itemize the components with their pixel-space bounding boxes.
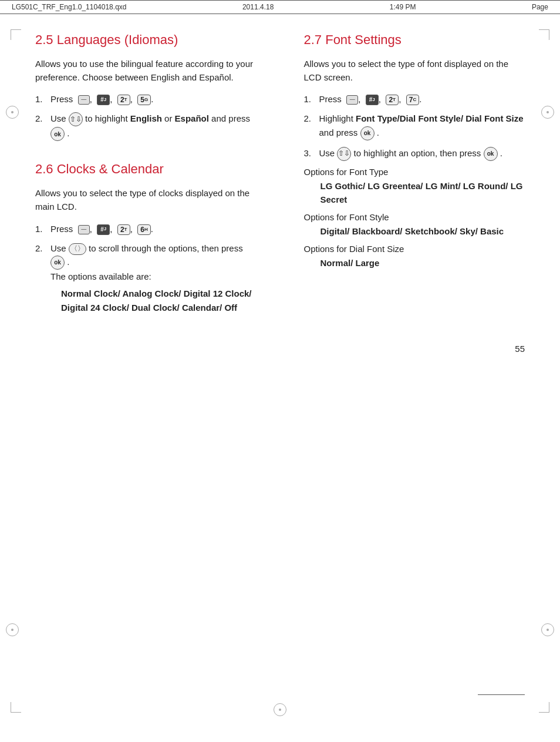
clock-options-value: Normal Clock/ Analog Clock/ Digital 12 C… [61, 287, 257, 314]
step-content: Press , #J, 2T, 5G. [50, 92, 257, 106]
grid-j-icon: #J [366, 95, 379, 105]
reg-mark-left-top [6, 106, 19, 119]
step-content: Use ⇧⇩ to highlight English or Español a… [50, 112, 257, 141]
section-26-body: Allows you to select the type of clocks … [35, 186, 257, 214]
section-26-title: 2.6 Clocks & Calendar [35, 161, 257, 178]
header-date: 2011.4.18 [242, 3, 274, 11]
two-t-icon: 2T [117, 224, 130, 235]
ok-button-icon: ok [360, 126, 375, 140]
grid-j-icon: #J [97, 224, 110, 235]
step-num: 1. [35, 222, 48, 236]
section-25-step2: 2. Use ⇧⇩ to highlight English or Españo… [35, 112, 257, 141]
nav-lr-icon: 〈〉 [69, 243, 86, 255]
minus-button-icon [78, 95, 90, 105]
left-column: 2.5 Languages (Idiomas) Allows you to us… [35, 32, 257, 320]
crop-mark-tr [539, 29, 549, 40]
reg-mark-left-bottom [6, 623, 19, 636]
step-num: 1. [304, 92, 317, 106]
options-font-style-value: Digital/ Blackboard/ Sketchbook/ Sky/ Ba… [321, 224, 525, 238]
highlight-english: English [130, 113, 162, 123]
options-dial-font-size-value: Normal/ Large [321, 256, 525, 270]
options-dial-font-size-heading: Options for Dial Font Size [304, 244, 525, 254]
right-column: 2.7 Font Settings Allows you to select t… [304, 32, 525, 320]
two-t-icon: 2T [117, 95, 130, 105]
section-26-step1: 1. Press , #J, 2T, 6H. [35, 222, 257, 236]
ok-button-icon: ok [484, 147, 498, 161]
step-content: Highlight Font Type/Dial Font Style/ Dia… [319, 112, 525, 140]
two-t-icon: 2T [386, 95, 399, 105]
main-content: 2.5 Languages (Idiomas) Allows you to us… [0, 14, 560, 344]
six-h-icon: 6H [137, 224, 150, 235]
step-num: 2. [35, 112, 48, 125]
step-num: 1. [35, 92, 48, 106]
ok-button-icon: ok [50, 127, 65, 141]
font-type-highlight: Font Type/Dial Font Style/ Dial Font Siz… [356, 113, 524, 123]
section-25-title: 2.5 Languages (Idiomas) [35, 32, 257, 49]
header-page: Page [532, 3, 548, 11]
column-separator [280, 32, 281, 320]
grid-j-icon: #J [97, 95, 110, 105]
reg-mark-bottom-center [274, 703, 286, 716]
section-27-step3: 3. Use ⇧⇩ to highlight an option, then p… [304, 146, 525, 161]
nav-ud-icon: ⇧⇩ [337, 147, 351, 161]
options-font-type-heading: Options for Font Type [304, 167, 525, 177]
section-separator [35, 147, 257, 161]
options-font-type-value: LG Gothic/ LG Greentea/ LG Mint/ LG Roun… [321, 179, 525, 207]
crop-mark-tl [11, 29, 21, 40]
crop-mark-bl [11, 702, 21, 713]
header-filename: LG501C_TRF_Eng1.0_1104018.qxd [12, 3, 126, 11]
step-content: Use ⇧⇩ to highlight an option, then pres… [319, 146, 525, 161]
section-26-step2: 2. Use 〈〉 to scroll through the options,… [35, 241, 257, 314]
nav-ud-icon: ⇧⇩ [69, 112, 83, 126]
section-25-body: Allows you to use the bilingual feature … [35, 57, 257, 85]
bottom-rule [478, 694, 525, 695]
step-content: Press , #J, 2T, 6H. [50, 222, 257, 236]
options-font-style-heading: Options for Font Style [304, 212, 525, 222]
seven-c-icon: 7C [406, 95, 419, 105]
minus-button-icon [78, 225, 90, 234]
section-27-step2: 2. Highlight Font Type/Dial Font Style/ … [304, 112, 525, 140]
section-25-step1: 1. Press , #J, 2T, 5G. [35, 92, 257, 106]
page-number: 55 [0, 344, 560, 365]
section-27-step1: 1. Press , #J, 2T, 7C. [304, 92, 525, 106]
crop-mark-br [539, 702, 549, 713]
section-27-title: 2.7 Font Settings [304, 32, 525, 49]
header-time: 1:49 PM [390, 3, 416, 11]
five-g-icon: 5G [137, 95, 151, 105]
minus-button-icon [346, 95, 358, 105]
ok-button-icon: ok [50, 256, 65, 270]
step-num: 2. [304, 112, 317, 125]
step-content: Use 〈〉 to scroll through the options, th… [50, 241, 257, 314]
step-content: Press , #J, 2T, 7C. [319, 92, 525, 106]
reg-mark-right-bottom [541, 623, 554, 636]
step-num: 3. [304, 146, 317, 160]
page-header: LG501C_TRF_Eng1.0_1104018.qxd 2011.4.18 … [0, 0, 560, 14]
highlight-espanol: Español [175, 113, 209, 123]
reg-mark-right-top [541, 106, 554, 119]
step-num: 2. [35, 241, 48, 255]
section-27-body: Allows you to select the type of font di… [304, 57, 525, 85]
